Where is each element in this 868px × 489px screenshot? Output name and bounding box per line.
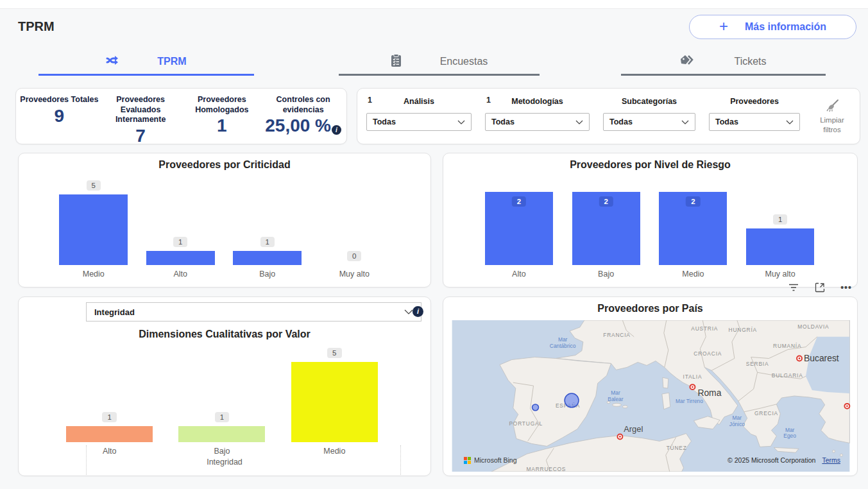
terms-link[interactable]: Terms [822,456,840,464]
map-canvas[interactable]: FRANCIAAUSTRIAHUNGRÍAMOLDAVIARUMANÍACROA… [451,320,851,472]
bar-Medio[interactable] [59,194,128,265]
chevron-down-icon [404,309,413,314]
bar-Medio[interactable]: 2 [659,192,727,265]
filter-icon[interactable] [784,279,803,296]
kpi-label: Controles con evidencias [262,95,344,115]
map-label: CROACIA [694,350,722,357]
map-label: BULGARIA [772,372,803,379]
map-city-marker [617,434,622,439]
bar-Medio[interactable] [291,362,378,442]
filter-card: 1 Análisis Todas 1 Metodologías Todas Su… [357,88,860,144]
data-label: 1 [102,412,116,422]
proveedores-dropdown[interactable]: Todas [709,113,800,131]
tab-encuestas[interactable]: Encuestas [339,49,540,76]
map-label: FRANCIA [603,332,630,338]
bar-Bajo[interactable]: 2 [572,192,640,265]
slicer-analisis: 1 Análisis Todas [366,95,472,139]
map-copyright: © 2025 Microsoft CorporationTerms [728,456,840,464]
bar-column: 2 [475,192,563,265]
bar-Bajo[interactable] [233,251,302,265]
chart-criticidad-card: Proveedores por Criticidad 5110 MedioAlt… [18,153,431,287]
more-info-button[interactable]: + Más información [689,15,856,39]
data-label: 2 [512,196,526,207]
kpi-value: 9 [55,107,65,126]
info-icon[interactable]: i [413,306,423,317]
chart-title: Proveedores por Criticidad [19,159,430,171]
tags-icon [680,55,695,69]
x-axis-label: Muy alto [736,270,824,279]
bar-Bajo[interactable] [178,426,265,442]
slicer-label: Proveedores [730,97,779,106]
x-axis-labels: MedioAltoBajoMuy alto [50,270,398,279]
slicer-label: Análisis [404,97,434,106]
broom-icon [825,99,839,113]
data-label: 1 [260,237,275,247]
chevron-down-icon [457,120,465,124]
bar-Muy alto[interactable] [746,228,814,265]
data-label: 2 [686,196,700,207]
kpi-proveedores-homologados: Proveedores Homologados 1 [182,95,263,140]
tab-tprm[interactable]: TPRM [38,49,254,76]
data-label: 5 [87,180,101,191]
slicer-count-badge: 1 [486,96,491,105]
x-axis-label: Alto [475,270,563,279]
clipboard-checklist-icon [391,54,402,70]
map-label: SERBIA [746,361,769,367]
bar-column: 5 [50,180,137,265]
map-proveedores-pais-card: Proveedores por País [443,296,858,476]
data-label: 1 [773,214,787,225]
focus-mode-icon[interactable] [810,279,830,296]
chevron-down-icon [575,120,583,124]
bar-Alto[interactable] [146,251,215,265]
slicer-label: Metodologías [511,97,563,106]
x-axis-label: Bajo [224,270,311,279]
page-title: TPRM [18,19,55,34]
map-city-marker [844,404,849,409]
dashboard-page: TPRM + Más información TPRM Encuestas Ti… [0,0,868,489]
tab-tickets-label: Tickets [734,56,766,67]
data-label: 0 [347,251,361,261]
metodologias-dropdown[interactable]: Todas [485,113,590,131]
chart-title: Proveedores por País [443,303,857,314]
shuffle-icon [106,55,119,68]
clear-filters-label: Limpiar filtros [813,116,851,135]
map-bubble[interactable] [565,393,579,408]
plus-icon: + [719,19,728,34]
tab-tprm-label: TPRM [157,56,186,67]
data-label: 5 [327,348,341,358]
map-label: AUSTRIA [691,325,718,332]
chart-title: Proveedores por Nivel de Riesgo [443,159,857,171]
more-options-icon[interactable]: ••• [837,279,856,296]
kpi-card: Proveedores Totales 9 Proveedores Evalua… [15,88,347,144]
bar-Alto[interactable] [66,426,153,442]
bar-column: 0 [311,251,398,265]
chart-dimensiones-card: Integridad i Dimensiones Cualitativas po… [18,296,431,476]
x-axis-title: Integridad [19,458,430,467]
dimension-dropdown[interactable]: Integridad [86,302,421,322]
slicer-proveedores: Proveedores Todas [709,95,800,139]
bar-column: 1 [166,412,278,442]
bar-column: 2 [650,192,737,265]
bar-Alto[interactable]: 2 [485,192,553,265]
bar-column: 1 [137,237,225,265]
map-bubble[interactable] [532,404,539,411]
subcategorias-dropdown[interactable]: Todas [603,113,695,131]
kpi-proveedores-totales: Proveedores Totales 9 [19,95,100,140]
tab-tickets[interactable]: Tickets [621,49,826,76]
info-icon[interactable]: i [332,125,341,135]
data-label: 1 [173,237,187,247]
analisis-dropdown[interactable]: Todas [366,113,472,131]
tab-encuestas-label: Encuestas [440,56,488,67]
x-axis-label: Alto [137,270,225,279]
chevron-down-icon [786,120,794,124]
visual-header-toolbar: ••• [784,279,856,296]
clear-filters-button[interactable]: Limpiar filtros [813,95,851,139]
slicer-count-badge: 1 [368,96,372,105]
map-label: Argel [624,424,643,434]
map-label: PORTUGAL [509,420,542,427]
map-label: Roma [697,388,721,398]
bar-column: 2 [563,192,650,265]
map-label: Mar Tirreno [676,398,703,404]
bar-plot: 5110 [50,180,398,265]
more-info-label: Más información [745,21,826,33]
